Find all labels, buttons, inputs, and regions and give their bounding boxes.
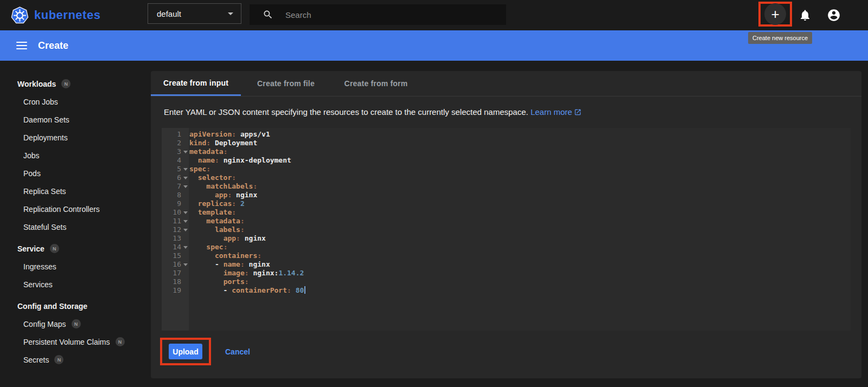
fold-arrow-icon: [183, 229, 188, 231]
menu-icon[interactable]: [16, 42, 27, 49]
editor-line[interactable]: 8 app: nginx: [162, 191, 851, 199]
sidebar-group-service[interactable]: ServiceN: [0, 240, 151, 257]
line-number: 19: [162, 286, 181, 295]
cancel-button[interactable]: Cancel: [225, 347, 250, 356]
editor-line[interactable]: 9 replicas: 2: [162, 199, 851, 208]
code-text: app: nginx: [189, 234, 266, 243]
sidebar-item-pods[interactable]: Pods: [0, 164, 151, 182]
line-number: 17: [162, 269, 181, 278]
tab-create-from-file[interactable]: Create from file: [241, 71, 331, 96]
namespaced-badge: N: [54, 355, 63, 364]
namespace-selector[interactable]: default: [148, 3, 241, 24]
fold-spacer: [181, 130, 189, 139]
fold-toggle[interactable]: [181, 217, 189, 225]
sidebar-item-secrets[interactable]: SecretsN: [0, 351, 151, 369]
editor-line[interactable]: 15 containers:: [162, 251, 851, 260]
line-number: 5: [162, 165, 181, 173]
fold-spacer: [181, 156, 189, 165]
create-new-resource-tooltip: Create new resource: [748, 32, 812, 44]
fold-arrow-icon: [183, 168, 188, 171]
code-text: metadata:: [189, 217, 245, 225]
editor-line[interactable]: 13 app: nginx: [162, 234, 851, 243]
sidebar-item-replication-controllers[interactable]: Replication Controllers: [0, 200, 151, 218]
code-text: kind: Deployment: [189, 139, 257, 147]
tab-create-from-input[interactable]: Create from input: [151, 71, 241, 96]
editor-line[interactable]: 11 metadata:: [162, 217, 851, 225]
kubernetes-logo[interactable]: kubernetes: [11, 7, 100, 24]
fold-arrow-icon: [183, 177, 188, 179]
fold-toggle[interactable]: [181, 173, 189, 182]
sidebar-item-ingresses[interactable]: Ingresses: [0, 257, 151, 275]
code-text: ports:: [189, 278, 249, 286]
code-text: metadata:: [189, 147, 227, 156]
sidebar-item-stateful-sets[interactable]: Stateful Sets: [0, 218, 151, 236]
line-number: 7: [162, 182, 181, 191]
code-text: template:: [189, 208, 236, 217]
editor-line[interactable]: 1apiVersion: apps/v1: [162, 130, 851, 139]
sidebar-item-deployments[interactable]: Deployments: [0, 128, 151, 146]
tab-create-from-form[interactable]: Create from form: [331, 71, 421, 96]
line-number: 6: [162, 173, 181, 182]
editor-line[interactable]: 16 - name: nginx: [162, 260, 851, 269]
namespaced-badge: N: [50, 244, 59, 253]
code-text: - name: nginx: [189, 260, 270, 269]
editor-line[interactable]: 10 template:: [162, 208, 851, 217]
line-number: 18: [162, 278, 181, 286]
editor-line[interactable]: 2kind: Deployment: [162, 139, 851, 147]
editor-line[interactable]: 6 selector:: [162, 173, 851, 182]
line-number: 12: [162, 225, 181, 234]
account-button[interactable]: [825, 6, 843, 24]
search-icon: [263, 9, 273, 20]
search-bar[interactable]: [250, 4, 506, 25]
create-new-resource-button[interactable]: +: [764, 3, 786, 25]
fold-toggle[interactable]: [181, 165, 189, 173]
editor-line[interactable]: 5spec:: [162, 165, 851, 173]
fold-spacer: [181, 286, 189, 295]
fold-arrow-icon: [183, 220, 188, 223]
editor-line[interactable]: 14 spec:: [162, 243, 851, 251]
line-number: 15: [162, 251, 181, 260]
fold-spacer: [181, 251, 189, 260]
fold-toggle[interactable]: [181, 182, 189, 191]
sidebar-item-replica-sets[interactable]: Replica Sets: [0, 182, 151, 200]
fold-toggle[interactable]: [181, 147, 189, 156]
create-description: Enter YAML or JSON content specifying th…: [151, 96, 861, 124]
editor-line[interactable]: 3metadata:: [162, 147, 851, 156]
namespace-value: default: [157, 9, 181, 18]
fold-toggle[interactable]: [181, 260, 189, 269]
editor-line[interactable]: 19 - containerPort: 80: [162, 286, 851, 295]
annotation-box-upload: Upload: [160, 338, 211, 365]
annotation-box-create: +: [758, 2, 792, 27]
sidebar-item-services[interactable]: Services: [0, 275, 151, 293]
line-number: 16: [162, 260, 181, 269]
editor-line[interactable]: 12 labels:: [162, 225, 851, 234]
search-input[interactable]: [285, 10, 481, 20]
editor-line[interactable]: 4 name: nginx-deployment: [162, 156, 851, 165]
fold-toggle[interactable]: [181, 208, 189, 217]
editor-line[interactable]: 17 image: nginx:1.14.2: [162, 269, 851, 278]
learn-more-link[interactable]: Learn more: [531, 107, 582, 117]
editor-line[interactable]: 7 matchLabels:: [162, 182, 851, 191]
sidebar-item-jobs[interactable]: Jobs: [0, 146, 151, 164]
description-text: Enter YAML or JSON content specifying th…: [164, 107, 528, 117]
app-bar: Create: [0, 30, 868, 61]
editor-line[interactable]: 18 ports:: [162, 278, 851, 286]
yaml-editor[interactable]: 1apiVersion: apps/v12kind: Deployment3me…: [162, 128, 851, 331]
editor-lines: 1apiVersion: apps/v12kind: Deployment3me…: [162, 128, 851, 295]
fold-toggle[interactable]: [181, 225, 189, 234]
fold-spacer: [181, 278, 189, 286]
main-area: Create from inputCreate from fileCreate …: [151, 61, 868, 387]
sidebar-item-daemon-sets[interactable]: Daemon Sets: [0, 111, 151, 128]
line-number: 10: [162, 208, 181, 217]
top-header-bar: kubernetes default +: [0, 0, 868, 30]
line-number: 13: [162, 234, 181, 243]
sidebar-group-config-and-storage[interactable]: Config and Storage: [0, 297, 151, 315]
fold-toggle[interactable]: [181, 243, 189, 251]
notifications-button[interactable]: [796, 6, 814, 24]
sidebar-item-persistent-volume-claims[interactable]: Persistent Volume ClaimsN: [0, 333, 151, 351]
sidebar-item-config-maps[interactable]: Config MapsN: [0, 315, 151, 333]
sidebar-group-workloads[interactable]: WorkloadsN: [0, 75, 151, 93]
sidebar-item-cron-jobs[interactable]: Cron Jobs: [0, 93, 151, 111]
text-cursor: [304, 286, 305, 294]
upload-button[interactable]: Upload: [169, 344, 202, 359]
